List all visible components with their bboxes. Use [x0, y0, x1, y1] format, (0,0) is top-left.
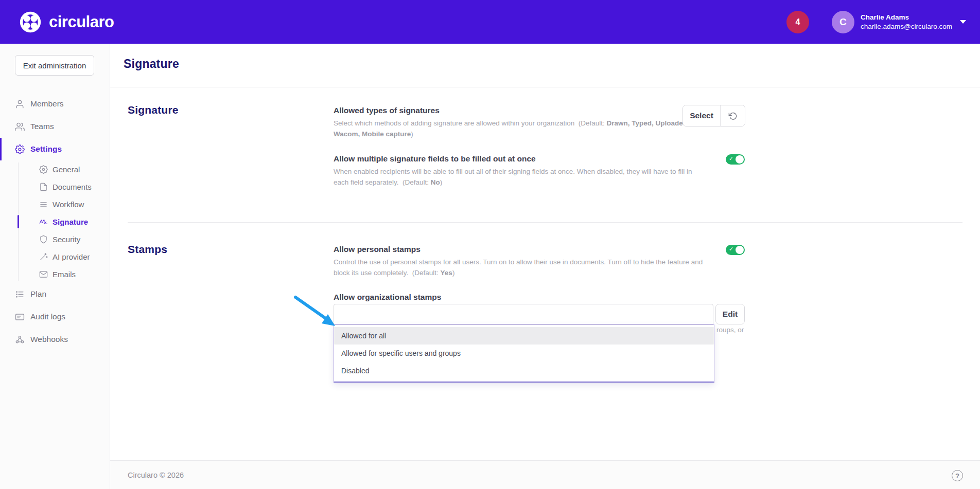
setting-description-allowed-types: Select which methods of adding signature…: [334, 118, 704, 139]
undo-icon: [728, 111, 738, 121]
sidebar-item-label: Emails: [52, 270, 76, 279]
sidebar-item-label: Signature: [52, 218, 88, 226]
setting-label-allowed-types: Allowed types of signatures: [334, 106, 440, 115]
dropdown-option-disabled[interactable]: Disabled: [334, 362, 714, 379]
sidebar-subitem-security[interactable]: Security: [0, 230, 110, 248]
sidebar-item-webhooks[interactable]: Webhooks: [0, 328, 110, 351]
workflow-icon: [39, 200, 48, 209]
sidebar-item-label: Documents: [52, 183, 92, 191]
brand-name: circularo: [49, 13, 114, 31]
circularo-logo-icon: [19, 11, 42, 33]
notification-badge[interactable]: 4: [786, 11, 809, 33]
organizational-stamps-dropdown: Allowed for all Allowed for specific use…: [334, 324, 714, 383]
section-divider: [128, 222, 962, 223]
sidebar: Exit administration Members Teams Settin…: [0, 44, 110, 489]
gear-icon: [15, 144, 25, 154]
help-button[interactable]: ?: [952, 470, 963, 481]
sidebar-item-label: Workflow: [52, 200, 84, 209]
allowed-types-control: Select: [682, 105, 745, 126]
audit-log-icon: [15, 312, 25, 322]
sidebar-item-label: AI provider: [52, 252, 90, 261]
check-icon: ✓: [729, 246, 733, 252]
footer: [110, 460, 980, 489]
user-name: Charlie Adams: [861, 13, 952, 22]
document-icon: [39, 183, 48, 191]
gear-icon: [39, 165, 48, 174]
dropdown-option-allowed-for-all[interactable]: Allowed for all: [334, 327, 714, 345]
setting-description-multiple-fields: When enabled recipients will be able to …: [334, 166, 704, 188]
annotation-arrow: [291, 294, 340, 328]
exit-administration-button[interactable]: Exit administration: [15, 55, 94, 76]
setting-label-personal-stamps: Allow personal stamps: [334, 245, 421, 254]
app-header: circularo 4 C Charlie Adams charlie.adam…: [0, 0, 980, 44]
shield-icon: [39, 235, 48, 244]
envelope-icon: [39, 270, 48, 279]
header-divider: [110, 87, 980, 87]
page-title: Signature: [124, 57, 179, 71]
webhook-icon: [15, 335, 25, 345]
setting-label-organizational-stamps: Allow organizational stamps: [334, 293, 441, 302]
setting-description-personal-stamps: Control the use of personal stamps for a…: [334, 257, 704, 278]
sidebar-item-label: General: [52, 165, 80, 174]
organizational-stamps-select[interactable]: [334, 304, 713, 324]
sidebar-subitem-signature[interactable]: Signature: [0, 213, 110, 230]
sidebar-item-teams[interactable]: Teams: [0, 115, 110, 138]
sidebar-subitem-documents[interactable]: Documents: [0, 178, 110, 195]
select-button[interactable]: Select: [683, 105, 721, 126]
toggle-multiple-fields[interactable]: ✓: [726, 154, 745, 165]
wand-icon: [39, 252, 48, 261]
brand[interactable]: circularo: [19, 11, 114, 33]
sidebar-item-settings[interactable]: Settings: [0, 138, 110, 160]
toggle-personal-stamps[interactable]: ✓: [726, 245, 745, 255]
check-icon: ✓: [729, 155, 733, 162]
obscured-description-fragment: roups, or: [716, 326, 744, 334]
sidebar-item-audit-logs[interactable]: Audit logs: [0, 305, 110, 328]
dropdown-option-allowed-for-specific[interactable]: Allowed for specific users and groups: [334, 345, 714, 362]
users-icon: [15, 122, 25, 132]
edit-button[interactable]: Edit: [715, 304, 745, 324]
toggle-knob: [736, 246, 744, 254]
user-icon: [15, 99, 25, 109]
sidebar-subitem-emails[interactable]: Emails: [0, 265, 110, 283]
chevron-down-icon[interactable]: [959, 20, 967, 24]
sidebar-item-plan[interactable]: Plan: [0, 283, 110, 305]
sidebar-item-label: Settings: [30, 144, 62, 154]
sidebar-subitem-ai-provider[interactable]: AI provider: [0, 248, 110, 265]
reset-button[interactable]: [721, 105, 745, 126]
sidebar-item-label: Audit logs: [30, 312, 65, 321]
sidebar-subitem-workflow[interactable]: Workflow: [0, 195, 110, 213]
user-email: charlie.adams@circularo.com: [861, 22, 952, 31]
list-icon: [15, 289, 25, 299]
section-heading-stamps: Stamps: [128, 243, 167, 256]
setting-label-multiple-fields: Allow multiple signature fields to be fi…: [334, 154, 536, 164]
sidebar-item-label: Security: [52, 235, 80, 244]
sidebar-item-label: Webhooks: [30, 335, 68, 344]
footer-copyright: Circularo © 2026: [128, 471, 184, 479]
toggle-knob: [736, 155, 744, 164]
sidebar-item-label: Plan: [30, 289, 46, 299]
signature-icon: [39, 218, 48, 226]
section-heading-signature: Signature: [128, 104, 179, 116]
avatar[interactable]: C: [832, 11, 854, 33]
sidebar-item-label: Members: [30, 99, 64, 108]
sidebar-item-members[interactable]: Members: [0, 93, 110, 115]
user-menu[interactable]: Charlie Adams charlie.adams@circularo.co…: [861, 13, 952, 31]
question-icon: ?: [955, 472, 959, 480]
sidebar-item-label: Teams: [30, 122, 54, 131]
main-content: Signature Signature Allowed types of sig…: [110, 44, 980, 489]
sidebar-subitem-general[interactable]: General: [0, 160, 110, 178]
